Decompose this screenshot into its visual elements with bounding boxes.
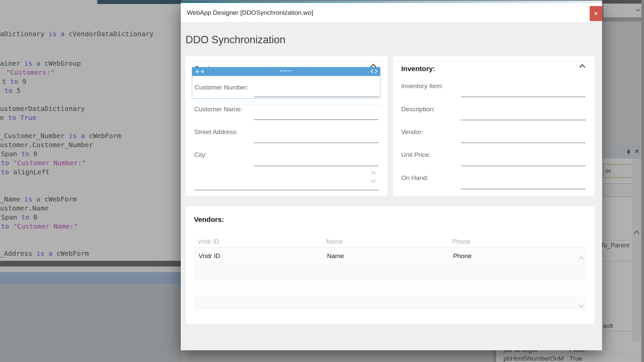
code-token: is a	[49, 30, 65, 38]
code-token: "Customer Name:"	[13, 222, 78, 230]
ide-bottom-bluebar	[0, 272, 182, 284]
property-value: True	[570, 355, 582, 362]
ide-top-strip	[97, 0, 182, 4]
chevron-down-icon	[635, 8, 641, 12]
grid-cell: Name	[327, 252, 344, 260]
ide-right-topstrip	[602, 0, 644, 3]
code-token: e	[0, 114, 8, 122]
form-input-underline[interactable]	[194, 190, 379, 190]
dialog-titlebar[interactable]: WebApp Designer [DDOSynchronization.wo] …	[181, 3, 602, 22]
form-label: Customer Name:	[194, 106, 243, 113]
code-token: to	[1, 168, 9, 176]
code-token: 5	[12, 86, 20, 95]
ide-bottom-lightbar	[0, 266, 182, 272]
code-line: ustomer.Customer_Number	[0, 140, 93, 149]
vendors-panel: Vendors: Vndr IDNamePhoneVndr IDNamePhon…	[186, 206, 594, 324]
grid-scroll-up-icon[interactable]	[578, 256, 584, 260]
code-lines: aDictionary is a cVendorDataDictionaryai…	[0, 0, 182, 261]
code-token: to	[10, 77, 18, 85]
code-token: aDictionary	[0, 30, 49, 38]
vendors-panel-header: Vendors:	[194, 216, 224, 224]
form-input-underline[interactable]	[254, 142, 379, 143]
code-line: ainer is a cWebGroup	[0, 59, 81, 68]
close-button[interactable]: ×	[590, 6, 602, 21]
properties-panel-header: ×	[601, 146, 644, 159]
form-label: Inventory Item:	[401, 82, 443, 90]
code-token: is a	[36, 249, 52, 257]
vendors-grid-rows: Vndr IDNamePhoneVndr IDNamePhone	[194, 236, 586, 310]
form-label: Unit Price:	[401, 151, 431, 159]
form-input-underline[interactable]	[254, 97, 379, 97]
property-value-fragment: er	[605, 167, 611, 175]
code-token: cWebForm	[53, 249, 89, 257]
ide-bottom-darkbar	[0, 261, 182, 266]
code-token: _Address	[0, 249, 36, 257]
code-token: _Customer_Number	[0, 132, 69, 140]
grid-cell: Vndr ID	[199, 252, 220, 260]
form-input-underline[interactable]	[461, 97, 586, 97]
property-row-separator	[601, 331, 632, 331]
property-fragment-to-parent: To_Parent	[600, 242, 630, 249]
property-fragment-ault: ault	[603, 322, 613, 329]
grid-cell: Phone	[453, 252, 472, 260]
inventory-form-rows: Inventory Item:Description:Vendor:Unit P…	[393, 56, 594, 196]
code-token: 0	[29, 213, 37, 221]
grid-empty-row[interactable]	[194, 295, 586, 310]
resize-chevrons-icon[interactable]	[370, 69, 378, 74]
vendors-grid[interactable]: Vndr IDNamePhoneVndr IDNamePhone	[194, 236, 586, 310]
grid-column-header: Phone	[452, 238, 471, 245]
window-scrollbar	[641, 0, 644, 362]
code-token	[9, 222, 13, 230]
code-token: t	[2, 77, 10, 85]
code-token: to	[1, 159, 9, 167]
code-line: Span to 0	[1, 213, 37, 222]
customers-panel: Customers: •••••	[185, 56, 387, 196]
ide-right-block	[602, 21, 644, 147]
code-token: is a	[24, 195, 40, 203]
form-input-underline[interactable]	[254, 119, 379, 120]
code-token: to	[1, 222, 9, 230]
code-editor-panel: aDictionary is a cVendorDataDictionaryai…	[0, 0, 182, 261]
spinner-up-icon[interactable]	[370, 170, 377, 175]
properties-scrollbar	[632, 159, 641, 362]
grid-empty-row[interactable]	[194, 266, 586, 281]
grid-column-header: Name	[326, 238, 343, 245]
form-input-underline[interactable]	[461, 120, 586, 120]
scroll-up-icon	[634, 230, 640, 234]
code-line: aDictionary is a cVendorDataDictionary	[0, 29, 154, 39]
code-token: _Name	[0, 195, 24, 203]
pin-icon	[626, 149, 631, 156]
grid-row-background[interactable]	[194, 247, 586, 266]
code-token: Span	[1, 213, 21, 221]
code-token: ustomer.Name	[0, 204, 49, 212]
form-input-underline[interactable]	[461, 189, 586, 189]
form-label: On Hand:	[401, 174, 428, 182]
property-row-separator	[601, 261, 632, 261]
code-token: to	[4, 86, 12, 95]
code-line: to "Customer Number:"	[1, 159, 86, 168]
code-token: is a	[24, 59, 40, 67]
selected-form-element[interactable]: Customer Number:	[192, 76, 380, 99]
ide-bottom-area	[0, 284, 182, 362]
code-token: Span	[1, 150, 21, 158]
grid-scroll-down-icon[interactable]	[578, 304, 584, 308]
spinner-down-icon[interactable]	[370, 179, 377, 184]
code-line: _Customer_Number is a cWebForm	[0, 131, 121, 140]
property-row-separator	[601, 240, 632, 240]
form-input-underline[interactable]	[461, 142, 586, 143]
form-input-underline[interactable]	[254, 166, 379, 166]
code-token: 9	[18, 77, 26, 85]
screen: aDictionary is a cVendorDataDictionaryai…	[0, 0, 644, 362]
code-line: to 5	[4, 86, 20, 95]
form-input-underline[interactable]	[461, 166, 586, 166]
code-token: ustomerDataDictionary	[0, 105, 85, 113]
drag-dots-icon[interactable]: •••••	[192, 68, 380, 73]
dialog-top-accent	[181, 1, 602, 3]
code-line: to "Customer Name:"	[1, 222, 78, 231]
code-line: "Customers:"	[6, 68, 55, 77]
selected-element-drag-bar[interactable]: •••••	[192, 67, 380, 76]
code-token: to True	[8, 114, 36, 122]
code-line: t to 9	[2, 77, 26, 86]
code-line: Span to 0	[1, 149, 37, 159]
grid-empty-row[interactable]	[194, 281, 586, 295]
